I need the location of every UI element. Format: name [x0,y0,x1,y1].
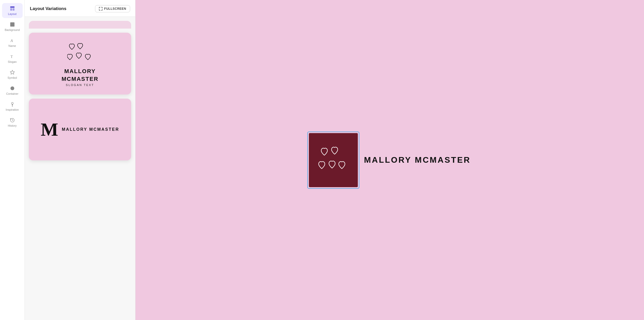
sidebar-item-slogan[interactable]: T Slogan [2,51,23,66]
left-panel: Layout Variations FULLSCREEN [25,0,135,320]
fullscreen-label: FULLSCREEN [104,7,126,11]
preview-symbol-box [309,133,358,187]
symbol-icon [10,70,15,75]
preview-logo[interactable]: MALLORY MCMASTER [309,133,471,187]
card2-brand-name: MALLORY MCMASTER [62,127,119,132]
logo-card-2[interactable]: M MALLORY MCMASTER [29,99,131,160]
svg-text:A: A [10,39,13,43]
left-panel-header: Layout Variations FULLSCREEN [25,0,135,17]
hearts-svg-card1 [67,41,93,64]
sidebar-item-inspiration[interactable]: Inspiration [2,99,23,114]
card-partial-top [29,21,131,29]
panel-title: Layout Variations [30,6,66,11]
logo-card-1[interactable]: MALLORY MCMASTER SLOGAN TEXT [29,33,131,94]
card1-brand-line1: MALLORY [64,68,96,75]
fullscreen-button[interactable]: FULLSCREEN [95,5,130,12]
preview-symbol-wrapper [309,133,358,187]
sidebar-label-symbol: Symbol [7,76,17,79]
card1-slogan: SLOGAN TEXT [66,83,94,87]
sidebar-item-background[interactable]: Background [2,19,23,34]
slogan-icon: T [10,54,15,59]
sidebar-label-background: Background [5,28,20,31]
svg-rect-1 [10,8,12,11]
sidebar-label-layout: Layout [8,12,16,15]
svg-point-7 [10,87,14,90]
sidebar-item-symbol[interactable]: Symbol [2,67,23,82]
container-icon [10,85,15,91]
sidebar-item-history[interactable]: History [2,115,23,130]
main-canvas: MALLORY MCMASTER [135,0,644,320]
sidebar: Layout Background A Name T Slogan [0,0,25,320]
preview-brand-name: MALLORY MCMASTER [364,155,471,165]
sidebar-label-history: History [8,124,16,127]
background-icon [10,22,15,27]
sidebar-label-name: Name [9,44,16,47]
hearts-group-card1 [67,41,93,64]
sidebar-item-layout[interactable]: Layout [2,3,23,18]
sidebar-item-name[interactable]: A Name [2,35,23,50]
card2-inner: M MALLORY MCMASTER [41,120,119,139]
sidebar-item-container[interactable]: Container [2,83,23,98]
svg-rect-0 [10,6,14,8]
layout-icon [10,6,15,11]
sidebar-label-inspiration: Inspiration [6,108,19,111]
cards-container: MALLORY MCMASTER SLOGAN TEXT M MALLORY M… [25,17,135,320]
fullscreen-icon [99,7,103,11]
svg-text:T: T [10,55,13,59]
svg-marker-6 [10,70,14,74]
svg-rect-3 [10,22,14,27]
name-icon: A [10,38,15,43]
svg-point-8 [11,102,13,104]
sidebar-label-container: Container [6,92,19,95]
card2-monogram: M [41,120,57,139]
card1-brand-line2: MCMASTER [62,76,98,82]
inspiration-icon [10,101,15,107]
sidebar-label-slogan: Slogan [8,60,16,63]
history-icon [10,117,15,123]
preview-hearts-svg [317,141,350,179]
svg-rect-2 [12,8,14,11]
